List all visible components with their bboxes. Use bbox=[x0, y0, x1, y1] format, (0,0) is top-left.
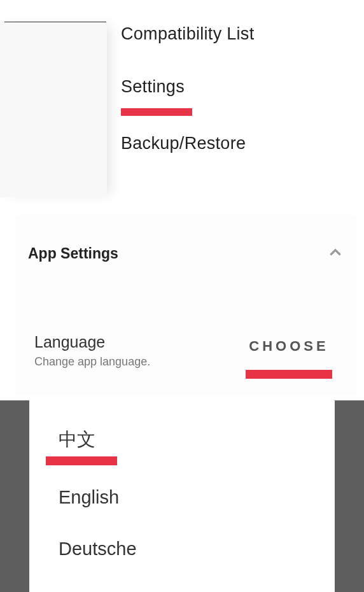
chevron-up-icon[interactable] bbox=[327, 244, 344, 263]
language-row: Language Change app language. CHOOSE bbox=[28, 333, 344, 379]
menu-list: Compatibility List Settings Backup/Resto… bbox=[121, 24, 254, 187]
language-dialog: 中文 English Deutsche bbox=[0, 400, 364, 592]
language-option-english[interactable]: English bbox=[59, 487, 137, 508]
language-option-german[interactable]: Deutsche bbox=[59, 539, 137, 560]
language-option-chinese[interactable]: 中文 bbox=[59, 427, 137, 453]
menu-item-backup-restore[interactable]: Backup/Restore bbox=[121, 134, 254, 153]
choose-button[interactable]: CHOOSE bbox=[249, 338, 328, 355]
card-header[interactable]: App Settings bbox=[28, 244, 344, 263]
choose-block: CHOOSE bbox=[246, 333, 332, 379]
highlight-underline bbox=[46, 456, 117, 465]
language-options-list: 中文 English Deutsche bbox=[59, 427, 137, 590]
language-title: Language bbox=[34, 333, 150, 351]
app-settings-card: App Settings Language Change app languag… bbox=[15, 215, 356, 396]
language-label-block: Language Change app language. bbox=[34, 333, 150, 369]
sidebar-panel bbox=[0, 22, 107, 197]
language-subtitle: Change app language. bbox=[34, 355, 150, 369]
card-title: App Settings bbox=[28, 245, 118, 262]
dialog-backdrop-right bbox=[335, 400, 364, 592]
navigation-section: Compatibility List Settings Backup/Resto… bbox=[0, 0, 364, 201]
menu-item-compatibility[interactable]: Compatibility List bbox=[121, 24, 254, 44]
highlight-underline bbox=[121, 108, 192, 116]
dialog-backdrop-left bbox=[0, 400, 29, 592]
highlight-underline bbox=[246, 370, 332, 379]
menu-item-settings[interactable]: Settings bbox=[121, 77, 254, 97]
